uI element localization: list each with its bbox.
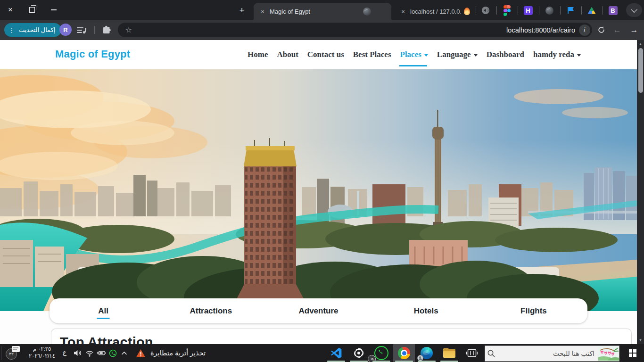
battery-charging-icon — [97, 350, 106, 356]
window-minimize-button[interactable] — [43, 0, 64, 20]
edge-profile-avatar — [417, 355, 423, 361]
new-tab-button[interactable]: + — [235, 4, 249, 17]
tab-localhost-phpmyadmin[interactable]: × localhost / 127.0.0.1 / projectlar — [394, 3, 474, 20]
toolbar-separator — [94, 26, 95, 34]
tab-figma[interactable] — [499, 4, 515, 17]
plus-icon: + — [239, 5, 244, 16]
category-tabbar: All Attractions Adventure Hotels Flights — [50, 298, 587, 323]
nav-user-menu[interactable]: hamdy reda — [533, 50, 581, 59]
tab-close-icon[interactable]: × — [399, 7, 407, 16]
forward-button[interactable]: → — [628, 24, 640, 36]
site-header: Magic of Egypt Home About Contact us Bes… — [0, 40, 637, 69]
nav-about[interactable]: About — [277, 50, 298, 59]
down-arrow-icon: ▼ — [639, 338, 643, 342]
weather-warning-text: تحذير أتربة متطايرة — [150, 349, 206, 357]
hidden-icons-button[interactable] — [119, 349, 129, 357]
tab-hostinger[interactable]: H — [520, 4, 536, 17]
url-text[interactable]: localhost:8000/ar/cairo — [133, 26, 579, 34]
category-tab-all[interactable]: All — [50, 298, 157, 323]
start-button[interactable] — [621, 344, 644, 362]
chrome-update-button[interactable]: إكمال التحديث ⋮ — [4, 23, 61, 37]
nav-dashboard[interactable]: Dashboard — [487, 50, 524, 59]
tab-separator — [496, 6, 497, 15]
minimize-icon — [51, 9, 57, 10]
back-button[interactable]: ← — [611, 24, 623, 36]
flag-favicon-icon — [567, 7, 574, 14]
scroll-down-button[interactable]: ▼ — [637, 337, 644, 344]
drive-favicon-icon — [588, 7, 596, 14]
wifi-button[interactable] — [85, 349, 94, 357]
tab-media[interactable] — [478, 4, 494, 17]
profile-avatar[interactable]: R — [59, 24, 72, 36]
search-highlight-flowers — [598, 346, 619, 361]
hostinger-favicon-icon: H — [524, 6, 533, 15]
whatsapp-tray-button[interactable] — [108, 349, 117, 357]
taskbar-search[interactable]: اكتب هنا للبحث — [485, 346, 619, 362]
site-logo[interactable]: Magic of Egypt — [55, 48, 130, 60]
nav-contact-us[interactable]: Contact us — [307, 50, 344, 59]
whatsapp-unread-badge: ٦٨ — [368, 355, 376, 362]
taskbar-task-view-button[interactable] — [461, 344, 483, 362]
tab-list-button[interactable] — [626, 3, 642, 17]
page-scrollbar[interactable]: ▲ ▼ — [637, 40, 644, 344]
tab-magic-of-egypt[interactable]: × Magic of Egypt — [254, 3, 391, 20]
keyboard-language-indicator[interactable]: ع — [63, 348, 66, 356]
task-view-icon — [466, 348, 478, 358]
tab-separator — [560, 6, 561, 15]
taskbar-app-vscode[interactable] — [325, 344, 347, 362]
restore-icon — [29, 7, 35, 13]
taskbar-app-whatsapp[interactable]: ٦٨ — [371, 344, 392, 362]
bootstrap-favicon-icon: B — [609, 6, 618, 15]
clock-time: ٠٢:٣٥ م — [23, 346, 61, 353]
warning-triangle-icon — [136, 349, 146, 358]
tab-flag[interactable] — [562, 4, 578, 17]
category-tab-hotels[interactable]: Hotels — [372, 298, 480, 323]
window-close-button[interactable]: × — [0, 0, 21, 20]
bookmark-star-icon[interactable]: ☆ — [124, 26, 133, 34]
close-icon: × — [8, 5, 13, 15]
tab-globe[interactable] — [541, 4, 557, 17]
taskbar-app-file-explorer[interactable] — [438, 344, 460, 362]
arrow-left-icon: ← — [613, 25, 621, 35]
main-nav: Home About Contact us Best Places Places… — [248, 40, 581, 69]
chevron-down-icon — [631, 6, 637, 12]
tab-bootstrap[interactable]: B — [605, 4, 621, 17]
wifi-icon — [85, 350, 94, 357]
window-restore-button[interactable] — [22, 0, 42, 20]
taskbar-app-edge[interactable] — [416, 344, 438, 362]
screen: × + × Magic of Egypt × localhost / 127.0… — [0, 0, 644, 362]
battery-button[interactable] — [97, 349, 106, 357]
reload-icon — [597, 26, 605, 34]
media-controls-button[interactable] — [76, 25, 87, 35]
figma-favicon-icon — [504, 5, 511, 16]
nav-places[interactable]: Places — [400, 50, 428, 59]
folder-icon — [443, 348, 455, 358]
tab-google-drive[interactable] — [584, 4, 600, 17]
notification-tray-icon[interactable]: ٢٢ — [6, 347, 18, 359]
scrollbar-thumb[interactable] — [638, 48, 643, 93]
search-icon — [487, 349, 495, 358]
address-bar[interactable]: ☆ localhost:8000/ar/cairo i — [118, 23, 592, 37]
site-info-button[interactable]: i — [579, 25, 590, 36]
chatgpt-icon — [353, 347, 365, 359]
tab-separator — [518, 6, 518, 15]
taskbar-app-chrome[interactable] — [393, 344, 415, 362]
nav-home[interactable]: Home — [248, 50, 268, 59]
show-desktop-edge[interactable] — [1, 346, 1, 360]
volume-button[interactable] — [73, 349, 83, 357]
scroll-up-button[interactable]: ▲ — [637, 41, 644, 48]
category-tab-attractions[interactable]: Attractions — [157, 298, 264, 323]
reload-button[interactable] — [595, 24, 607, 36]
tab-close-icon[interactable]: × — [258, 7, 267, 16]
category-tab-adventure[interactable]: Adventure — [264, 298, 372, 323]
tab-title: Magic of Egypt — [270, 8, 359, 15]
taskbar-app-chatgpt[interactable] — [348, 344, 370, 362]
nav-language[interactable]: Language — [437, 50, 478, 59]
nav-best-places[interactable]: Best Places — [353, 50, 391, 59]
taskbar-clock[interactable]: ٠٢:٣٥ م ٢٠٢٦/٠٢/١٤ — [23, 346, 61, 360]
windows-taskbar: ٢٢ ٠٢:٣٥ م ٢٠٢٦/٠٢/١٤ ع — [0, 344, 644, 362]
extensions-button[interactable] — [101, 25, 112, 35]
news-weather-widget[interactable]: تحذير أتربة متطايرة — [136, 344, 206, 362]
category-tab-flights[interactable]: Flights — [480, 298, 587, 323]
speaker-icon — [74, 349, 82, 357]
